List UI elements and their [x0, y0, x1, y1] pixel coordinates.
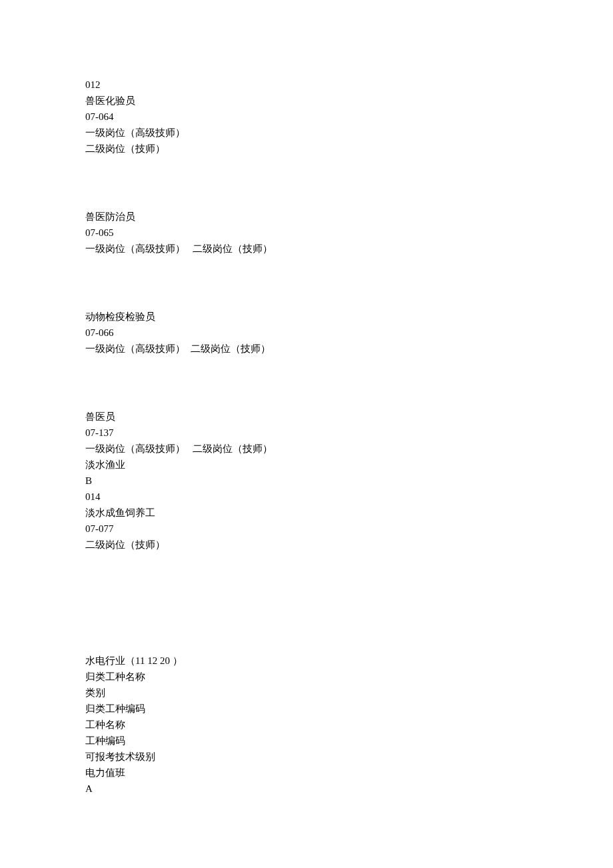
- text-line: 电力值班: [85, 765, 613, 781]
- text-line: 淡水成鱼饲养工: [85, 505, 613, 521]
- entry-block-3: 动物检疫检验员 07-066 一级岗位（高级技师） 二级岗位（技师）: [85, 309, 613, 357]
- text-line: 淡水渔业: [85, 457, 613, 473]
- entry-block-1: 012 兽医化验员 07-064 一级岗位（高级技师） 二级岗位（技师）: [85, 77, 613, 157]
- text-line: 07-065: [85, 225, 613, 241]
- text-line: 一级岗位（高级技师）: [85, 125, 613, 141]
- entry-block-4: 兽医员 07-137 一级岗位（高级技师） 二级岗位（技师） 淡水渔业 B 01…: [85, 409, 613, 553]
- text-line: 动物检疫检验员: [85, 309, 613, 325]
- text-line: 工种编码: [85, 733, 613, 749]
- text-line: 07-064: [85, 109, 613, 125]
- text-line: 兽医员: [85, 409, 613, 425]
- text-line: 兽医防治员: [85, 209, 613, 225]
- text-line: 一级岗位（高级技师） 二级岗位（技师）: [85, 341, 613, 357]
- text-line: 二级岗位（技师）: [85, 141, 613, 157]
- text-line: 归类工种名称: [85, 669, 613, 685]
- text-line: 兽医化验员: [85, 93, 613, 109]
- text-line: 07-077: [85, 521, 613, 537]
- text-line: B: [85, 473, 613, 489]
- text-line: 归类工种编码: [85, 701, 613, 717]
- text-line: 可报考技术级别: [85, 749, 613, 765]
- text-line: 二级岗位（技师）: [85, 537, 613, 553]
- text-line: 一级岗位（高级技师） 二级岗位（技师）: [85, 241, 613, 257]
- text-line: 07-137: [85, 425, 613, 441]
- text-line: 类别: [85, 685, 613, 701]
- entry-block-5: 水电行业（11 12 20 ） 归类工种名称 类别 归类工种编码 工种名称 工种…: [85, 653, 613, 797]
- text-line: 一级岗位（高级技师） 二级岗位（技师）: [85, 441, 613, 457]
- text-line: 014: [85, 489, 613, 505]
- text-line: 07-066: [85, 325, 613, 341]
- text-line: A: [85, 781, 613, 797]
- entry-block-2: 兽医防治员 07-065 一级岗位（高级技师） 二级岗位（技师）: [85, 209, 613, 257]
- text-line: 水电行业（11 12 20 ）: [85, 653, 613, 669]
- text-line: 012: [85, 77, 613, 93]
- text-line: 工种名称: [85, 717, 613, 733]
